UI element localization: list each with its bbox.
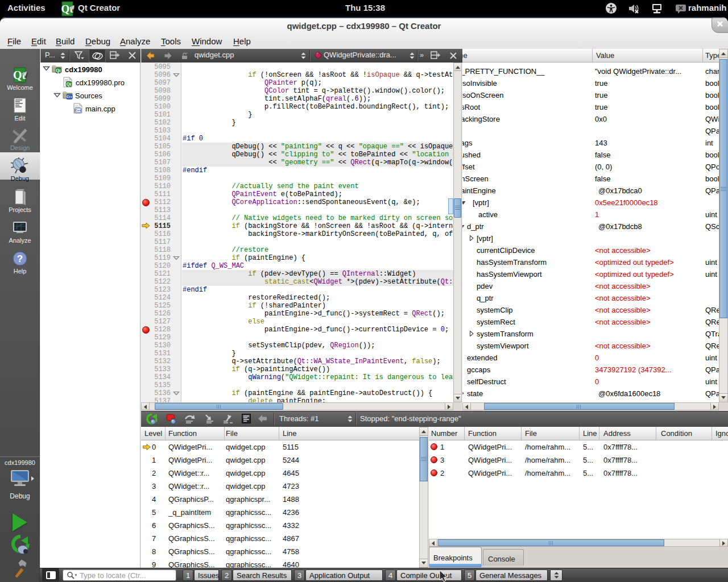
svg-text:C++: C++: [75, 109, 81, 112]
svg-text:C++: C++: [67, 95, 73, 98]
svg-text:Qt: Qt: [56, 68, 61, 73]
svg-text:Qt: Qt: [67, 82, 72, 87]
svg-text:?: ?: [17, 253, 23, 264]
